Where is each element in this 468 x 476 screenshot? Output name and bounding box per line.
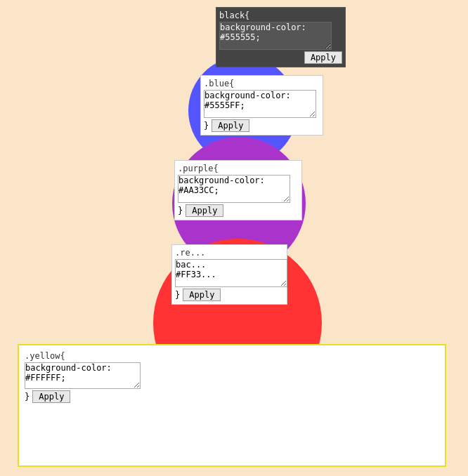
- blue-class-label: .blue{: [204, 79, 320, 88]
- black-apply-button[interactable]: Apply: [304, 51, 342, 64]
- yellow-close-brace: }: [25, 392, 30, 402]
- red-editor-panel: .re... bac... #FF33... } Apply: [171, 244, 287, 305]
- black-class-label: black{: [219, 11, 342, 20]
- blue-css-input[interactable]: background-color: #5555FF;: [204, 90, 316, 118]
- yellow-editor-panel: .yellow{ background-color: #FFFFFF; } Ap…: [18, 344, 446, 467]
- purple-close-brace: }: [178, 206, 183, 216]
- red-apply-button[interactable]: Apply: [183, 289, 221, 301]
- purple-editor-panel: .purple{ background-color: #AA33CC; } Ap…: [174, 160, 302, 220]
- purple-class-label: .purple{: [178, 164, 299, 173]
- red-css-input[interactable]: bac... #FF33...: [175, 259, 287, 287]
- black-css-input[interactable]: background-color: #555555;: [219, 22, 332, 50]
- purple-css-input[interactable]: background-color: #AA33CC;: [178, 175, 290, 203]
- red-class-label: .re...: [175, 248, 284, 258]
- yellow-css-input[interactable]: background-color: #FFFFFF;: [25, 362, 141, 389]
- yellow-apply-button[interactable]: Apply: [32, 390, 70, 403]
- red-close-brace: }: [175, 290, 180, 300]
- blue-apply-button[interactable]: Apply: [212, 119, 249, 132]
- yellow-class-label: .yellow{: [25, 351, 439, 361]
- black-editor-panel: black{ background-color: #555555; Apply: [216, 7, 346, 67]
- blue-close-brace: }: [204, 121, 209, 131]
- blue-editor-panel: .blue{ background-color: #5555FF; } Appl…: [200, 75, 323, 135]
- purple-apply-button[interactable]: Apply: [186, 204, 223, 217]
